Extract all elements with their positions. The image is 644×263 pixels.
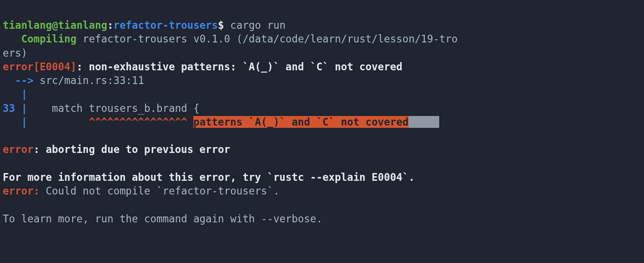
blank-line: [3, 130, 9, 142]
error-code: error[E0004]: [3, 61, 77, 73]
compile-line: Compiling refactor-trousers v0.1.0 (/dat…: [3, 33, 458, 45]
blank-line: [3, 199, 9, 210]
terminal-output[interactable]: tianlang@tianlang:refactor-trousers$ car…: [0, 0, 644, 226]
compile-fail-message: Could not compile `refactor-trousers`.: [40, 185, 280, 197]
blank-line: [3, 158, 9, 169]
error-abort-line: error: aborting due to previous error: [3, 143, 230, 155]
gutter-blank: |: [3, 88, 27, 100]
info-explain: For more information about this error, t…: [3, 171, 415, 183]
prompt-line: tianlang@tianlang:refactor-trousers$ car…: [3, 19, 286, 31]
error-label: error: [3, 143, 33, 155]
location-arrow: -->: [15, 74, 33, 86]
location-path: src/main.rs:33:11: [40, 74, 144, 86]
highlight-tail: [409, 116, 439, 128]
compile-rest: refactor-trousers v0.1.0 (/data/code/lea…: [77, 33, 458, 45]
abort-message: : aborting due to previous error: [33, 143, 230, 155]
code-text: match trousers_b.brand {: [27, 102, 199, 114]
compile-label: Compiling: [21, 33, 76, 45]
compile-wrap: ers): [3, 47, 27, 59]
prompt-host: tianlang: [58, 19, 107, 31]
command-text: cargo run: [230, 19, 286, 31]
highlighted-error: patterns `A(_)` and `C` not covered: [193, 116, 409, 128]
error-e0004-line: error[E0004]: non-exhaustive patterns: `…: [3, 61, 402, 73]
prompt-dir: refactor-trousers: [114, 19, 218, 31]
error-label: error:: [3, 185, 40, 197]
info-verbose: To learn more, run the command again wit…: [3, 213, 322, 225]
code-line: 33 | match trousers_b.brand {: [3, 102, 199, 114]
caret-line: | ^^^^^^^^^^^^^^^^ patterns `A(_)` and `…: [3, 116, 439, 128]
error-compile-line: error: Could not compile `refactor-trous…: [3, 185, 280, 197]
location-line: --> src/main.rs:33:11: [3, 74, 144, 86]
prompt-user: tianlang: [3, 19, 52, 31]
error-message: : non-exhaustive patterns: `A(_)` and `C…: [77, 61, 402, 73]
line-number: 33: [3, 102, 15, 114]
caret-markers: ^^^^^^^^^^^^^^^^: [89, 116, 187, 128]
